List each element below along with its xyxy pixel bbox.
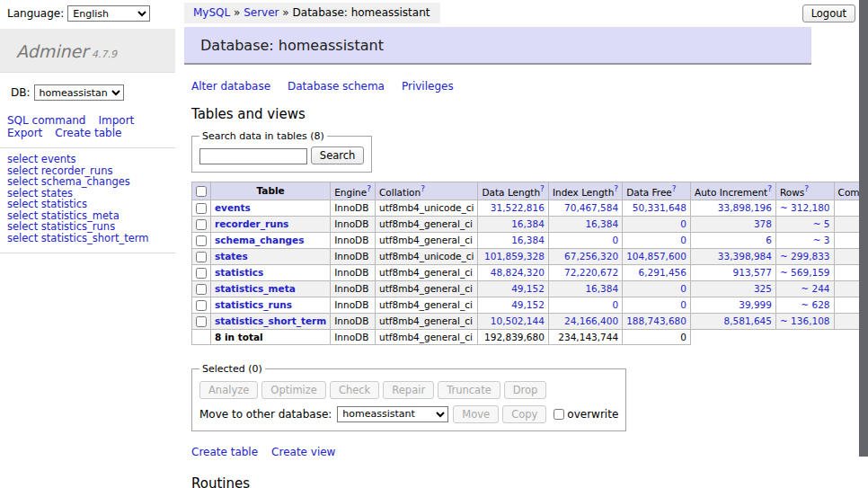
table-link[interactable]: statistics	[215, 267, 263, 278]
collation-cell: utf8mb4_general_ci	[376, 297, 478, 313]
row-checkbox[interactable]	[196, 268, 207, 279]
total-row: 8 in totalInnoDButf8mb4_general_ci192,83…	[192, 329, 868, 344]
db-actions: Alter databaseDatabase schemaPrivileges	[191, 80, 859, 93]
table-link[interactable]: recorder_runs	[215, 218, 288, 229]
sidebar-action-link[interactable]: SQL command	[7, 114, 85, 127]
row-checkbox[interactable]	[196, 284, 207, 295]
tables-body: eventsInnoDButf8mb4_unicode_ci31,522,816…	[192, 200, 868, 344]
optimize-button[interactable]: Optimize	[261, 381, 326, 399]
table-link[interactable]: schema_changes	[215, 235, 305, 245]
db-action-link[interactable]: Alter database	[191, 80, 270, 93]
collation-cell: utf8mb4_general_ci	[376, 313, 478, 329]
column-header: Table	[211, 182, 331, 200]
breadcrumb-item[interactable]: MySQL	[193, 6, 230, 19]
table-cell: 16,384	[548, 280, 622, 297]
table-link[interactable]: statistics_meta	[215, 283, 296, 294]
table-cell: ~ 299,833	[775, 248, 834, 264]
create-link[interactable]: Create view	[271, 446, 335, 458]
sidebar-divider-bottom	[0, 253, 175, 253]
breadcrumb-item[interactable]: Server	[244, 6, 279, 19]
table-link[interactable]: events	[215, 202, 251, 213]
help-link[interactable]: ?	[540, 184, 545, 193]
row-checkbox[interactable]	[196, 203, 207, 214]
db-select[interactable]: homeassistant	[34, 84, 124, 101]
table-cell: ~ 569,159	[775, 264, 834, 280]
sidebar-select-link[interactable]: select	[7, 232, 38, 244]
analyze-button[interactable]: Analyze	[199, 381, 258, 399]
help-link[interactable]: ?	[367, 184, 371, 193]
search-legend: Search data in tables (8)	[199, 130, 327, 142]
table-cell: ~ 244	[775, 280, 834, 297]
help-link[interactable]: ?	[614, 184, 618, 193]
row-checkbox[interactable]	[196, 219, 207, 230]
help-link[interactable]: ?	[767, 184, 772, 193]
db-action-link[interactable]: Database schema	[288, 80, 385, 93]
row-checkbox[interactable]	[196, 235, 207, 246]
collation-cell: utf8mb4_general_ci	[376, 216, 478, 232]
row-checkbox[interactable]	[196, 300, 207, 311]
table-link[interactable]: states	[215, 251, 248, 262]
check-button[interactable]: Check	[330, 381, 379, 399]
table-cell: 234,143,744	[548, 329, 622, 344]
table-cell: 104,857,600	[623, 248, 691, 264]
sidebar-action-link[interactable]: Create table	[55, 127, 121, 139]
db-action-link[interactable]: Privileges	[402, 80, 454, 93]
table-name-cell: statistics	[211, 264, 331, 280]
move-database-select[interactable]: homeassistant	[337, 406, 448, 422]
table-cell: 192,839,680	[478, 329, 548, 344]
table-row: statistics_runsInnoDButf8mb4_general_ci4…	[192, 297, 868, 313]
sidebar-table-link[interactable]: statistics_short_term	[41, 232, 149, 244]
table-cell: 31,522,816	[478, 200, 548, 216]
table-cell: 325	[690, 280, 775, 297]
engine-cell: InnoDB	[331, 264, 376, 280]
search-input[interactable]	[199, 148, 307, 164]
table-cell: 0	[623, 297, 691, 313]
language-row: Language:English	[0, 0, 175, 22]
table-name-cell: statistics_runs	[211, 297, 331, 313]
search-button[interactable]: Search	[311, 146, 365, 164]
table-link[interactable]: statistics_runs	[215, 299, 292, 310]
table-cell: 0	[548, 232, 622, 248]
table-cell: 16,384	[548, 216, 622, 232]
sidebar-table-item: select statistics_short_term	[7, 233, 175, 244]
overwrite-checkbox[interactable]	[554, 409, 564, 420]
table-row: statistics_metaInnoDButf8mb4_general_ci4…	[192, 280, 868, 297]
create-link[interactable]: Create table	[191, 446, 258, 458]
language-select[interactable]: English	[67, 5, 150, 22]
table-cell: ~ 136,108	[775, 313, 834, 329]
help-link[interactable]: ?	[804, 184, 809, 193]
sidebar-action-link[interactable]: Export	[7, 127, 42, 139]
drop-button[interactable]: Drop	[504, 381, 547, 399]
engine-cell: InnoDB	[331, 232, 376, 248]
vertical-scrollbar[interactable]	[859, 0, 868, 488]
table-link[interactable]: statistics_short_term	[215, 315, 326, 326]
table-cell: 10,502,144	[478, 313, 548, 329]
table-cell: ~ 312,180	[775, 200, 834, 216]
language-label: Language:	[7, 7, 64, 20]
sidebar-action-link[interactable]: Import	[98, 114, 134, 127]
truncate-button[interactable]: Truncate	[438, 381, 500, 399]
table-row: recorder_runsInnoDButf8mb4_general_ci16,…	[192, 216, 868, 232]
copy-button[interactable]: Copy	[502, 405, 546, 423]
create-links: Create tableCreate view	[191, 446, 859, 458]
table-cell: ~ 628	[775, 297, 834, 313]
row-checkbox-cell	[192, 264, 211, 280]
move-button[interactable]: Move	[453, 405, 499, 423]
repair-button[interactable]: Repair	[383, 381, 434, 399]
move-row: Move to other database:homeassistantMove…	[199, 405, 618, 423]
selected-fieldset: Selected (0) AnalyzeOptimizeCheckRepairT…	[191, 363, 626, 431]
row-checkbox-cell	[192, 248, 211, 264]
help-link[interactable]: ?	[421, 184, 425, 193]
table-cell: 6	[690, 232, 775, 248]
table-cell: 39,999	[690, 297, 775, 313]
table-cell: 101,859,328	[478, 248, 548, 264]
help-link[interactable]: ?	[672, 184, 677, 193]
scrollbar-thumb[interactable]	[859, 0, 868, 457]
row-checkbox[interactable]	[196, 316, 207, 327]
logout-button[interactable]: Logout	[802, 4, 855, 22]
row-checkbox-cell	[192, 297, 211, 313]
table-cell: 24,166,400	[548, 313, 622, 329]
row-checkbox[interactable]	[196, 252, 207, 262]
table-cell: 0	[623, 232, 691, 248]
select-all-checkbox[interactable]	[196, 186, 207, 197]
